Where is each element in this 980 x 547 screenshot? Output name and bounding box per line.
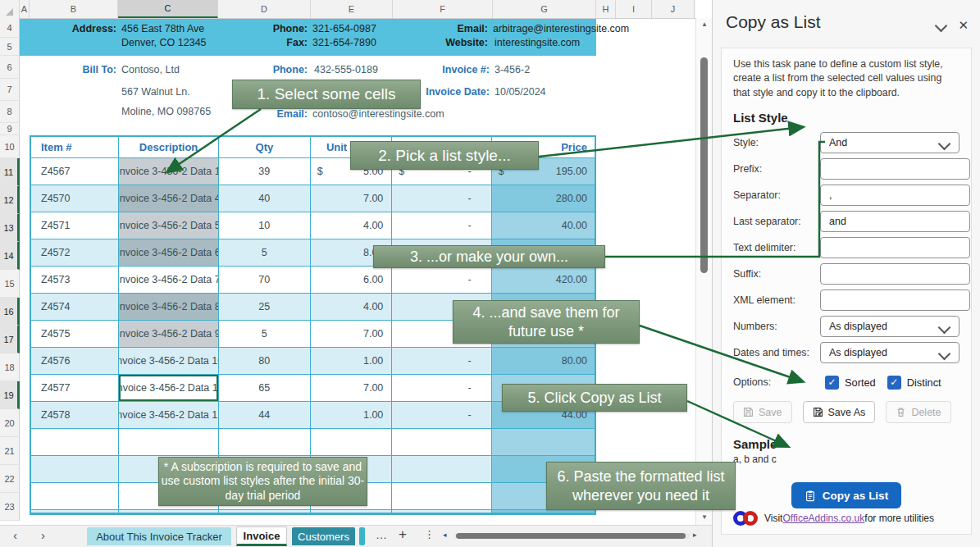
cell-item[interactable] xyxy=(31,483,119,509)
cell-item[interactable] xyxy=(31,429,119,455)
row-header-11[interactable]: 11 xyxy=(0,158,20,186)
save-as-button[interactable]: Save As xyxy=(803,401,876,423)
cell-item[interactable]: Z4578 xyxy=(31,402,119,428)
add-sheet-icon[interactable]: + xyxy=(399,526,407,543)
row-header-12[interactable]: 12 xyxy=(0,186,20,214)
hscroll-right-icon[interactable]: ▸ xyxy=(693,531,697,539)
row-header-21[interactable]: 21 xyxy=(0,437,20,465)
cell-qty[interactable]: 5 xyxy=(219,239,311,266)
row-header-20[interactable]: 20 xyxy=(0,409,20,437)
column-header-E[interactable]: E xyxy=(311,0,393,18)
cell-discount[interactable] xyxy=(392,483,491,509)
sheet-menu-icon[interactable]: ⋮ xyxy=(424,528,435,540)
cell-description[interactable]: Invoice 3-456-2 Data 1 xyxy=(119,158,218,185)
scroll-down-icon[interactable]: ▼ xyxy=(696,513,712,521)
vertical-scroll-thumb[interactable] xyxy=(700,57,708,273)
cell-qty[interactable]: 70 xyxy=(219,267,311,293)
cell-discount[interactable]: - xyxy=(392,375,491,401)
column-header-A[interactable]: A xyxy=(20,0,30,18)
cell-price[interactable] xyxy=(492,429,595,455)
cell-price[interactable]: 80.00 xyxy=(492,348,595,374)
row-header-23[interactable]: 23 xyxy=(0,493,20,521)
numbers-dropdown[interactable]: As displayed xyxy=(820,316,959,337)
cell-unit-price[interactable]: 1.00 xyxy=(311,348,392,374)
cell-unit-price[interactable]: 7.00 xyxy=(311,185,392,212)
cell-description[interactable]: Invoice 3-456-2 Data 10 xyxy=(119,348,218,374)
row-header-14[interactable]: 14 xyxy=(0,242,20,270)
cell-unit-price[interactable]: 7.00 xyxy=(311,321,392,347)
cell-unit-price[interactable] xyxy=(311,429,392,455)
last-separator-input[interactable] xyxy=(820,211,970,232)
cell-description[interactable]: Invoice 3-456-2 Data 4 xyxy=(119,185,218,212)
column-header-J[interactable]: J xyxy=(652,0,695,18)
cell-item[interactable]: Z4572 xyxy=(31,239,119,266)
column-header-B[interactable]: B xyxy=(30,0,118,18)
row-header-10[interactable]: 10 xyxy=(0,135,20,158)
prev-sheet-icon[interactable]: ‹ xyxy=(13,528,17,542)
row-header-18[interactable]: 18 xyxy=(0,353,20,381)
separator-input[interactable] xyxy=(820,185,970,206)
cell-description[interactable]: Invoice 3-456-2 Data 9 xyxy=(119,321,218,347)
cell-unit-price[interactable]: 4.00 xyxy=(311,212,392,239)
officeaddins-link[interactable]: OfficeAddins.co.uk xyxy=(782,513,864,524)
row-header-15[interactable]: 15 xyxy=(0,270,20,298)
row-header-17[interactable]: 17 xyxy=(0,326,20,353)
cell-price[interactable]: 280.00 xyxy=(492,185,595,212)
column-header-I[interactable]: I xyxy=(616,0,652,18)
suffix-input[interactable] xyxy=(820,263,970,285)
next-sheet-icon[interactable]: › xyxy=(41,528,45,542)
cell-qty[interactable]: 44 xyxy=(219,402,311,428)
cell-description[interactable]: Invoice 3-456-2 Data 11 xyxy=(119,375,218,401)
cell-discount[interactable]: - xyxy=(392,348,491,374)
pane-close-icon[interactable]: ✕ xyxy=(958,18,969,33)
delete-button[interactable]: Delete xyxy=(886,401,950,423)
cell-description[interactable] xyxy=(119,429,218,455)
distinct-checkbox[interactable]: ✓ xyxy=(887,376,901,390)
row-header-4[interactable]: 4 xyxy=(0,18,20,38)
cell-item[interactable]: Z4573 xyxy=(31,267,119,293)
cell-qty[interactable]: 40 xyxy=(219,185,311,212)
cell-discount[interactable] xyxy=(392,456,491,482)
cell-description[interactable]: Invoice 3-456-2 Data 12 xyxy=(119,402,218,428)
sheet-tab-about[interactable]: About This Invoice Tracker xyxy=(87,527,231,545)
cell-item[interactable]: Z4570 xyxy=(31,185,119,212)
row-header-6[interactable]: 6 xyxy=(0,56,20,79)
prefix-input[interactable] xyxy=(820,158,970,180)
row-header-22[interactable]: 22 xyxy=(0,465,20,493)
column-header-D[interactable]: D xyxy=(218,0,311,18)
style-dropdown[interactable]: And xyxy=(820,132,959,153)
sheet-tab-customers[interactable]: Customers xyxy=(292,527,355,545)
cell-qty[interactable]: 80 xyxy=(219,348,311,374)
text-delimiter-input[interactable] xyxy=(820,237,970,258)
column-header-G[interactable]: G xyxy=(493,0,596,18)
horizontal-scroll-thumb[interactable] xyxy=(456,533,686,539)
cell-qty[interactable] xyxy=(219,429,311,455)
cell-price[interactable]: 40.00 xyxy=(492,212,595,239)
column-header-F[interactable]: F xyxy=(393,0,493,18)
copy-as-list-button[interactable]: Copy as List xyxy=(791,482,901,508)
cell-qty[interactable]: 10 xyxy=(219,212,311,239)
cell-unit-price[interactable]: 7.00 xyxy=(311,375,392,401)
cell-discount[interactable]: - xyxy=(392,267,491,293)
cell-unit-price[interactable]: 4.00 xyxy=(311,294,392,320)
cell-item[interactable]: Z4567 xyxy=(31,158,119,185)
sorted-checkbox[interactable]: ✓ xyxy=(825,376,839,390)
cell-qty[interactable]: 25 xyxy=(219,294,311,320)
column-header-H[interactable]: H xyxy=(596,0,616,18)
cell-unit-price[interactable]: 6.00 xyxy=(311,267,392,293)
hscroll-left-icon[interactable]: ◂ xyxy=(443,531,447,539)
sheet-tab-invoice[interactable]: Invoice xyxy=(236,526,287,546)
cell-item[interactable] xyxy=(31,456,119,482)
cell-discount[interactable]: - xyxy=(392,402,491,428)
row-header-5[interactable]: 5 xyxy=(0,38,20,56)
cell-qty[interactable]: 5 xyxy=(219,321,311,347)
cell-description[interactable]: Invoice 3-456-2 Data 5 xyxy=(119,212,218,239)
cell-item[interactable]: Z4577 xyxy=(31,375,119,401)
cell-description[interactable]: Invoice 3-456-2 Data 7 xyxy=(119,267,218,293)
more-sheets-icon[interactable]: … xyxy=(376,528,387,541)
row-header-9[interactable]: 9 xyxy=(0,123,20,135)
column-header-C[interactable]: C xyxy=(118,0,218,18)
sheet-tab-partial[interactable] xyxy=(359,527,365,545)
save-button[interactable]: Save xyxy=(733,401,792,423)
cell-description[interactable]: Invoice 3-456-2 Data 6 xyxy=(119,239,218,266)
